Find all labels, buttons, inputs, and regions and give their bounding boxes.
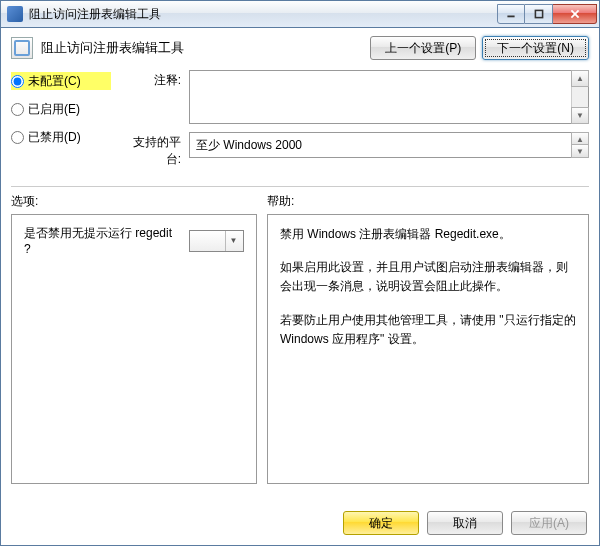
help-pane: 禁用 Windows 注册表编辑器 Regedit.exe。 如果启用此设置，并…	[267, 214, 589, 484]
chevron-down-icon: ▼	[225, 231, 241, 251]
platform-label: 支持的平台:	[121, 132, 181, 168]
close-button[interactable]	[553, 4, 597, 24]
page-title: 阻止访问注册表编辑工具	[41, 39, 184, 57]
radio-disabled-input[interactable]	[11, 131, 24, 144]
radio-unconfigured-input[interactable]	[11, 75, 24, 88]
radio-disabled[interactable]: 已禁用(D)	[11, 128, 111, 146]
prev-setting-button[interactable]: 上一个设置(P)	[370, 36, 476, 60]
radio-enabled-input[interactable]	[11, 103, 24, 116]
scroll-down-icon[interactable]: ▼	[571, 144, 589, 158]
maximize-button[interactable]	[525, 4, 553, 24]
window-title: 阻止访问注册表编辑工具	[29, 6, 497, 23]
titlebar: 阻止访问注册表编辑工具	[0, 0, 600, 28]
radio-enabled-label: 已启用(E)	[28, 101, 80, 118]
scroll-up-icon[interactable]: ▲	[571, 70, 589, 87]
next-setting-button[interactable]: 下一个设置(N)	[482, 36, 589, 60]
option-combobox[interactable]: ▼	[189, 230, 245, 252]
apply-button[interactable]: 应用(A)	[511, 511, 587, 535]
policy-icon	[11, 37, 33, 59]
help-heading: 帮助:	[267, 193, 294, 210]
platform-scrollbar[interactable]: ▲ ▼	[571, 133, 588, 157]
comment-label: 注释:	[121, 70, 181, 124]
comment-input[interactable]: ▲ ▼	[189, 70, 589, 124]
svg-rect-1	[535, 10, 542, 17]
window-controls	[497, 4, 597, 24]
app-icon	[7, 6, 23, 22]
help-line-3: 若要防止用户使用其他管理工具，请使用 "只运行指定的 Windows 应用程序"…	[280, 311, 576, 349]
ok-button[interactable]: 确定	[343, 511, 419, 535]
divider	[11, 186, 589, 187]
radio-enabled[interactable]: 已启用(E)	[11, 100, 111, 118]
help-line-1: 禁用 Windows 注册表编辑器 Regedit.exe。	[280, 225, 576, 244]
radio-unconfigured[interactable]: 未配置(C)	[11, 72, 111, 90]
cancel-button[interactable]: 取消	[427, 511, 503, 535]
help-line-2: 如果启用此设置，并且用户试图启动注册表编辑器，则会出现一条消息，说明设置会阻止此…	[280, 258, 576, 296]
radio-disabled-label: 已禁用(D)	[28, 129, 81, 146]
dialog-content: 阻止访问注册表编辑工具 上一个设置(P) 下一个设置(N) 未配置(C) 已启用…	[0, 28, 600, 546]
comment-scrollbar[interactable]: ▲ ▼	[571, 71, 588, 123]
scroll-down-icon[interactable]: ▼	[571, 107, 589, 124]
state-radio-group: 未配置(C) 已启用(E) 已禁用(D)	[11, 70, 111, 176]
minimize-button[interactable]	[497, 4, 525, 24]
option-question: 是否禁用无提示运行 regedit ?	[24, 225, 181, 256]
platform-box: 至少 Windows 2000 ▲ ▼	[189, 132, 589, 158]
dialog-footer: 确定 取消 应用(A)	[343, 511, 587, 535]
platform-value: 至少 Windows 2000	[196, 137, 302, 154]
options-pane: 是否禁用无提示运行 regedit ? ▼	[11, 214, 257, 484]
radio-unconfigured-label: 未配置(C)	[28, 73, 81, 90]
header-row: 阻止访问注册表编辑工具 上一个设置(P) 下一个设置(N)	[11, 36, 589, 60]
options-heading: 选项:	[11, 193, 267, 210]
